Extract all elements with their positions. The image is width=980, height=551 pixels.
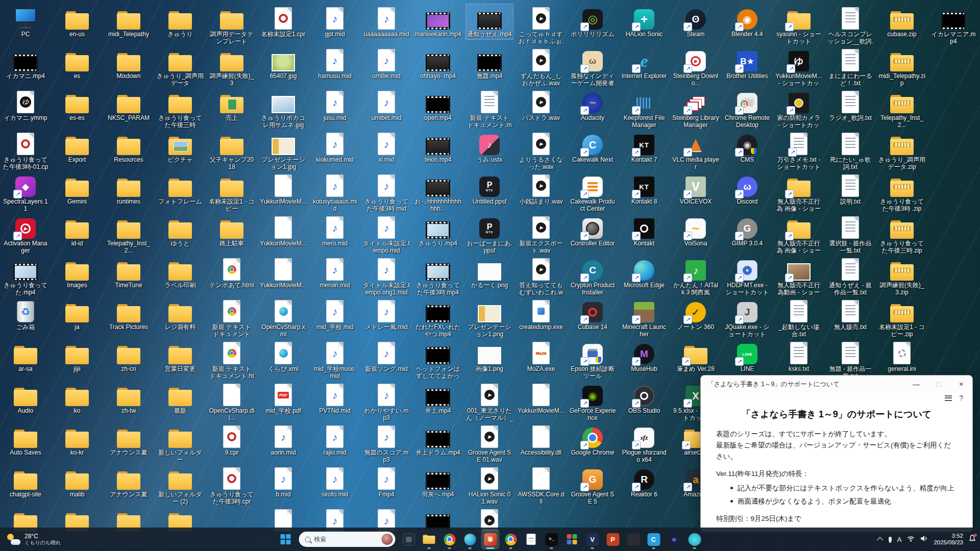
desktop-icon[interactable]: ♪新規ソング.mid [363,339,410,374]
desktop-icon[interactable]: 新しいフォルダー [157,422,204,464]
desktop-icon[interactable]: ♻ごみ箱 [2,297,49,332]
notification-bell-icon[interactable] [969,535,976,544]
desktop-icon[interactable]: 通知うぜえ - 親作品一覧.txt [827,255,874,297]
desktop-icon[interactable]: AWSSDK.Core.dll [518,464,565,506]
desktop-icon[interactable]: J↗JQuake.exe - ショートカット [724,297,771,339]
desktop-icon[interactable]: ♪きゅうり食ってた午後3時.mid [363,171,410,213]
desktop-icon[interactable]: ♪gpt.mid [311,4,358,39]
desktop-icon[interactable]: ↗無人販売不正行為動画 - ショートカット [775,255,822,297]
help-icon[interactable]: ? [959,394,963,402]
desktop-icon[interactable]: ▶よりうるさくなった.wav [518,130,565,171]
desktop-icon[interactable]: 調声練習(失敗)_3 [208,46,255,88]
desktop-icon[interactable]: ▶↗Steinberg Downlo... [672,46,719,88]
desktop-icon[interactable]: 選択肢 - 親作品一覧.txt [827,213,874,255]
desktop-icon[interactable]: ♪uaaaaaaaaa.mid [363,4,410,39]
desktop-icon[interactable]: アナウンス夏 [105,464,152,499]
desktop-icon[interactable]: ♪mid_学校muse.mid [311,339,358,381]
desktop-icon[interactable]: Images [54,255,101,290]
desktop-icon[interactable]: 井上ドラム.mp4 [414,422,461,458]
desktop-icon[interactable]: zh-cn [105,339,152,374]
desktop-icon[interactable]: 名称未設定1.cpr [260,4,307,39]
desktop-icon[interactable]: ↗Controller Editor [569,213,616,248]
desktop-icon[interactable]: ♪xl.mid [363,130,410,165]
desktop-icon[interactable]: ▶こってゅｈｄすおｆｄｓｂふぉ.wav [518,4,565,46]
close-button[interactable]: × [950,375,972,393]
desktop-icon[interactable]: teion.mp4 [414,130,461,165]
desktop-icon[interactable]: ▶新規エクスポート.wav [518,213,565,255]
desktop-icon[interactable]: ▶001_東北きりたん（ノーマル）_今しゃ... [466,381,513,423]
desktop-icon[interactable]: KT↗Kontakt 7 [621,130,668,165]
volume-icon[interactable] [920,535,928,544]
desktop-icon[interactable]: きゅうり食ってた午後3時-01.cpr [2,130,49,172]
desktop-icon[interactable]: きゅうりボカコレ用サムネ.jpg [260,88,307,130]
taskbar-app-google-chrome[interactable] [440,529,459,549]
desktop-icon[interactable]: ♪umibet.mid [363,88,410,123]
desktop-icon[interactable]: YukkuriMovieM... [518,381,565,416]
start-button[interactable] [277,529,295,549]
desktop-icon[interactable]: midi_Telepathy [105,4,152,39]
desktop-icon[interactable]: Auto Saves [2,422,49,458]
desktop-icon[interactable]: 新しいフォルダー (2) [157,464,204,506]
desktop-icon[interactable]: プレゼンテーション1.png [466,297,513,339]
desktop-icon[interactable]: きゅうり [157,4,204,39]
desktop-icon[interactable]: Audio [2,381,49,416]
desktop-icon[interactable]: runtimes [105,171,152,207]
desktop-icon[interactable]: 新規 テキスト ドキュメント.html [208,339,255,381]
desktop-icon[interactable]: きゅうり食ってた午後3時.cpr [208,464,255,506]
weather-widget[interactable]: 28°C くもりのち晴れ [2,528,66,551]
desktop-icon[interactable]: ♪mid_学校.mid [311,297,358,332]
desktop-icon[interactable]: きゅうり食ってた.mp4 [2,255,49,297]
desktop-icon[interactable]: +↗HALion Sonic [621,4,668,39]
desktop-icon[interactable]: ~↗Audacity [569,88,616,123]
desktop-icon[interactable]: sfz↗Plogue sforzando x64 [621,422,668,464]
desktop-icon[interactable]: midi_Telepathy.zip [878,46,925,88]
desktop-icon[interactable]: NKSC_PARAM [105,88,152,123]
desktop-icon[interactable]: ↗家の防犯カメラ - ショートカット [775,88,822,130]
desktop-icon[interactable]: 新規 テキスト ドキュメント.musicxml [466,88,513,130]
desktop-icon[interactable]: ♪jusu.mid [311,88,358,123]
dialog-titlebar[interactable]: 「さよなら手書き 1～9」のサポートについて — □ × [701,375,972,393]
desktop-icon[interactable]: Mixdown [105,46,152,81]
clock[interactable]: 3:52 2025/09/23 [934,533,963,546]
desktop-icon[interactable]: ▶↗Activation Manager [2,213,49,255]
desktop-icon[interactable]: OpenCvSharp.dll... [208,381,255,422]
desktop-icon[interactable]: PNT2Untitled.ppsf [466,171,513,207]
desktop-icon[interactable]: まにまにわーるど！.txt [827,46,874,88]
menu-icon[interactable] [945,395,952,401]
desktop-icon[interactable]: きゅうり_調声用データ [157,46,204,88]
desktop-icon[interactable]: アナウンス夏 [105,422,152,458]
desktop-icon[interactable]: ↗syasinn - ショートカット [775,4,822,46]
desktop-icon[interactable]: ↗Steinberg Library Manager [672,88,719,130]
desktop-icon[interactable]: 父子キャンプ2018 [208,130,255,171]
desktop-icon[interactable]: ↗Epson 接続診断ツール [569,339,616,381]
desktop-icon[interactable]: ♪rajio.mid [311,422,358,458]
wifi-icon[interactable] [907,535,915,544]
desktop-icon[interactable]: 死にたい_ゅ歌詞.txt [827,130,874,171]
desktop-icon[interactable]: es-es [54,88,101,123]
desktop-icon[interactable]: ↗HDDFMT.exe - ショートカット [724,255,771,297]
desktop-icon[interactable]: ヘルスコンプレッション__歌詞.txt [827,4,874,46]
desktop-icon[interactable]: createdump.exe [518,297,565,332]
desktop-icon[interactable]: Telepathy_Inst_2... [105,213,152,255]
desktop-icon[interactable]: ♪b.mid [260,464,307,499]
desktop-icon[interactable]: 売上 [208,88,255,123]
desktop-icon[interactable]: ◎↗ポリリリリズム [569,4,616,39]
desktop-icon[interactable]: ピクチャ [157,130,204,165]
desktop-icon[interactable]: フォトフレーム [157,171,204,207]
taskbar-app-presentation-app[interactable]: P [604,529,622,549]
desktop-icon[interactable]: ♪うみ.ustx [466,130,513,165]
desktop-icon[interactable]: ω↗Discord [724,171,771,207]
desktop-icon[interactable]: R↗Reaktor 6 [621,464,668,499]
desktop-icon[interactable]: PDFmid_学校.pdf [260,381,307,416]
desktop-icon[interactable]: ♪無題のスコア.mp3 [363,422,410,464]
desktop-icon[interactable]: ♪meroin.mid [311,255,358,290]
desktop-icon[interactable]: ♪タイトル未設定.tempo.ong1.mid [363,255,410,297]
desktop-icon[interactable]: ▶HALion Sonic 01.wav [466,464,513,506]
desktop-icon[interactable]: ↗Keepforest File Manager [621,88,668,130]
desktop-icon[interactable]: ♪kiokumed.mid [311,130,358,165]
desktop-icon[interactable]: ゆうと [157,213,204,248]
desktop-icon[interactable]: ↗無人販売不正行為 画像 - ショートカット [775,171,822,214]
desktop-icon[interactable]: general.ini [878,339,925,374]
desktop-icon[interactable]: 井上.mp4 [414,381,461,416]
desktop-icon[interactable]: KT↗Kontakt 8 [621,171,668,207]
